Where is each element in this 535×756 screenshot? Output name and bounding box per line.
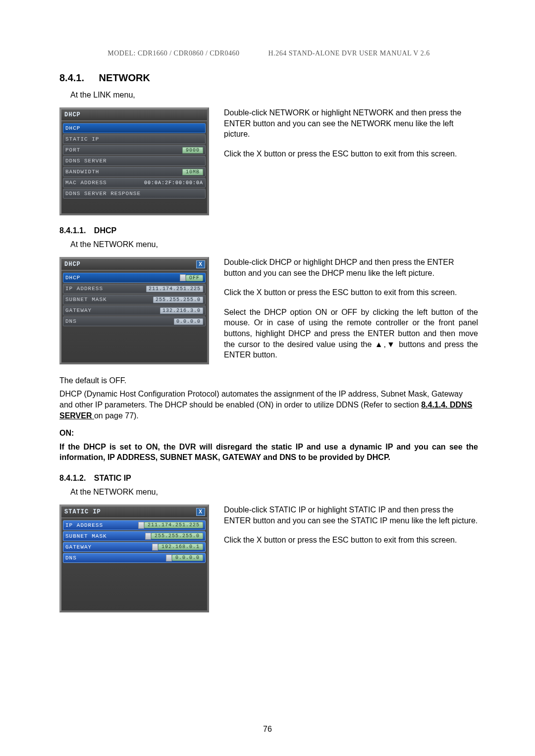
staticip-title: STATIC IP (94, 474, 131, 482)
panel-title-bar: DHCP (61, 109, 207, 121)
slider-knob-icon[interactable] (152, 544, 158, 551)
dhcp-paragraph-1: Double-click DHCP or highlight DHCP and … (224, 257, 478, 278)
menu-item-gateway[interactable]: GATEWAY132.216.3.0 (63, 305, 206, 315)
header-manual: H.264 STAND-ALONE DVR USER MANUAL V 2.6 (268, 50, 430, 57)
menu-item-dhcp-toggle[interactable]: DHCP OFF (63, 273, 206, 283)
section-heading: 8.4.1. NETWORK (59, 72, 478, 84)
section-intro: At the LINK menu, (70, 91, 478, 100)
menu-item-port[interactable]: PORT9000 (63, 145, 206, 155)
dhcp-on-label: ON: (59, 428, 478, 439)
dhcp-title: DHCP (94, 226, 116, 235)
header-model: MODEL: CDR1660 / CDR0860 / CDR0460 (107, 50, 239, 57)
panel-title: STATIC IP (64, 508, 101, 515)
staticip-number: 8.4.1.2. (59, 474, 86, 483)
menu-item-dhcp[interactable]: DHCP (63, 123, 206, 133)
dhcp-intro: At the NETWORK menu, (70, 240, 478, 249)
close-icon[interactable]: X (196, 260, 205, 268)
network-paragraph-2: Click the X button or press the ESC butt… (224, 149, 478, 159)
page-header: MODEL: CDR1660 / CDR0860 / CDR0460 H.264… (59, 50, 478, 57)
section-number: 8.4.1. (59, 72, 84, 84)
dhcp-paragraph-3: Select the DHCP option ON or OFF by clic… (224, 307, 478, 360)
staticip-intro: At the NETWORK menu, (70, 488, 478, 497)
menu-item-ddns-response[interactable]: DDNS SERVER RESPONSE (63, 189, 206, 199)
toggle-knob-icon[interactable] (180, 274, 186, 281)
dhcp-explain: DHCP (Dynamic Host Configuration Protoco… (59, 389, 478, 421)
staticip-paragraph-2: Click the X button or press the ESC butt… (224, 535, 478, 546)
slider-knob-icon[interactable] (166, 554, 172, 561)
menu-item-ip-address[interactable]: IP ADDRESS211.174.251.225 (63, 520, 206, 530)
dhcp-on-note: If the DHCP is set to ON, the DVR will d… (59, 442, 478, 463)
menu-item-ip-address[interactable]: IP ADDRESS211.174.251.225 (63, 284, 206, 294)
menu-item-ddns-server[interactable]: DDNS SERVER (63, 156, 206, 166)
panel-title-bar: DHCP X (61, 259, 207, 271)
menu-item-dns[interactable]: DNS0.0.0.0 (63, 316, 206, 326)
menu-item-bandwidth[interactable]: BANDWIDTH10MB (63, 167, 206, 177)
slider-knob-icon[interactable] (138, 522, 144, 529)
menu-item-mac-address[interactable]: MAC ADDRESS00:0A:2F:00:00:0A (63, 178, 206, 188)
panel-title: DHCP (64, 261, 81, 268)
dhcp-default: The default is OFF. (59, 375, 478, 386)
dhcp-number: 8.4.1.1. (59, 226, 86, 235)
menu-item-gateway[interactable]: GATEWAY192.168.0.1 (63, 542, 206, 552)
menu-item-subnet-mask[interactable]: SUBNET MASK255.255.255.0 (63, 295, 206, 304)
dhcp-menu-panel: DHCP X DHCP OFF IP ADDRESS211.174.251.22… (59, 257, 209, 364)
slider-knob-icon[interactable] (145, 533, 151, 540)
network-menu-panel: DHCP DHCP STATIC IP PORT9000 DDNS SERVER… (59, 107, 209, 215)
menu-item-subnet-mask[interactable]: SUBNET MASK255.255.255.0 (63, 531, 206, 541)
menu-item-dns[interactable]: DNS0.0.0.0 (63, 553, 206, 563)
dhcp-heading: 8.4.1.1. DHCP (59, 226, 478, 235)
close-icon[interactable]: X (196, 508, 205, 516)
staticip-menu-panel: STATIC IP X IP ADDRESS211.174.251.225 SU… (59, 504, 209, 612)
page-number: 76 (0, 725, 535, 734)
section-title: NETWORK (99, 72, 150, 83)
staticip-paragraph-1: Double-click STATIC IP or highlight STAT… (224, 504, 478, 526)
staticip-heading: 8.4.1.2. STATIC IP (59, 474, 478, 483)
menu-item-static-ip[interactable]: STATIC IP (63, 134, 206, 144)
dhcp-paragraph-2: Click the X button or press the ESC butt… (224, 287, 478, 298)
network-paragraph-1: Double-click NETWORK or highlight NETWOR… (224, 107, 478, 140)
panel-title-bar: STATIC IP X (61, 506, 207, 518)
panel-title: DHCP (64, 111, 81, 118)
